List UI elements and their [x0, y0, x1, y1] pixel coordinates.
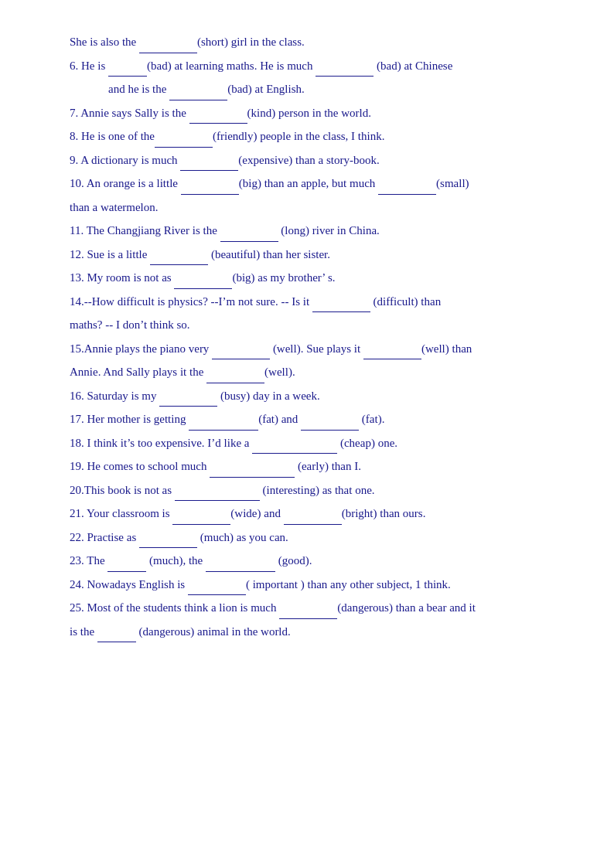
blank-23a — [107, 560, 146, 572]
blank-6c — [169, 89, 227, 100]
line-15: 15.Annie plays the piano very (well). Su… — [70, 338, 560, 360]
line-8: 8. He is one of the(friendly) people in … — [70, 125, 560, 148]
blank-11 — [220, 230, 278, 242]
line-18: 18. I think it’s too expensive. I’d like… — [70, 432, 560, 454]
line-12: 12. Sue is a little (beautiful) than her… — [70, 243, 560, 266]
blank-7 — [189, 112, 247, 124]
blank-22 — [139, 536, 197, 548]
line-16: 16. Saturday is my (busy) day in a week. — [70, 385, 560, 407]
line-22: 22. Practise as (much) as you can. — [70, 526, 560, 549]
blank-25a — [279, 608, 337, 619]
blank-14 — [312, 301, 370, 312]
blank-10a — [181, 183, 239, 195]
line-6: 6. He is (bad) at learning maths. He is … — [70, 55, 560, 77]
line-10: 10. An orange is a little (big) than an … — [70, 172, 560, 195]
blank-13 — [174, 277, 232, 289]
blank-6a — [108, 65, 147, 77]
blank-18 — [252, 442, 337, 454]
blank-25b — [97, 631, 136, 642]
blank-15a — [212, 348, 270, 359]
line-11: 11. The Changjiang River is the (long) r… — [70, 220, 560, 242]
line-6-cont: and he is the (bad) at English. — [70, 78, 560, 100]
line-21: 21. Your classroom is (wide) and (bright… — [70, 502, 560, 525]
line-25-cont: is the (dangerous) animal in the world. — [70, 621, 560, 643]
line-14-cont: maths? -- I don’t think so. — [70, 314, 560, 336]
blank-1 — [139, 42, 197, 53]
blank-15b — [363, 348, 421, 359]
exercise-content: She is also the (short) girl in the clas… — [70, 31, 560, 642]
blank-21b — [284, 513, 342, 525]
blank-8 — [155, 136, 213, 148]
blank-6b — [316, 65, 374, 77]
blank-21a — [172, 513, 230, 525]
line-14: 14.--How difficult is physics? --I’m not… — [70, 291, 560, 313]
blank-24 — [188, 584, 246, 595]
line-23: 23. The (much), the (good). — [70, 550, 560, 572]
line-15-cont: Annie. And Sally plays it the (well). — [70, 361, 560, 383]
line-19: 19. He comes to school much (early) than… — [70, 455, 560, 478]
line-25: 25. Most of the students think a lion is… — [70, 597, 560, 619]
line-24: 24. Nowadays English is ( important ) th… — [70, 574, 560, 596]
blank-17b — [301, 419, 359, 431]
line-7: 7. Annie says Sally is the (kind) person… — [70, 102, 560, 124]
blank-15c — [206, 372, 264, 383]
blank-20 — [175, 489, 260, 501]
blank-16 — [159, 395, 217, 407]
blank-23b — [206, 560, 275, 572]
line-10-cont: than a watermelon. — [70, 196, 560, 219]
blank-12 — [150, 254, 208, 265]
line-9: 9. A dictionary is much (expensive) than… — [70, 149, 560, 172]
line-20: 20.This book is not as (interesting) as … — [70, 479, 560, 502]
blank-10b — [378, 183, 436, 195]
line-17: 17. Her mother is getting (fat) and (fat… — [70, 408, 560, 431]
blank-17a — [189, 419, 258, 431]
line-intro: She is also the (short) girl in the clas… — [70, 31, 560, 53]
blank-19 — [210, 466, 295, 478]
blank-9 — [180, 159, 238, 171]
line-13: 13. My room is not as (big) as my brothe… — [70, 267, 560, 289]
